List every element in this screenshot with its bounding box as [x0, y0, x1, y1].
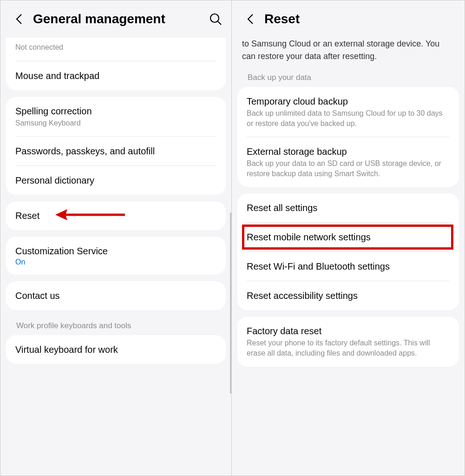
- item-spelling-correction[interactable]: Spelling correction Samsung Keyboard: [6, 97, 226, 137]
- item-mouse-trackpad[interactable]: Mouse and trackpad: [6, 61, 226, 90]
- item-title: Passwords, passkeys, and autofill: [15, 145, 216, 157]
- item-title: Reset all settings: [247, 202, 450, 214]
- item-sub: Samsung Keyboard: [15, 118, 216, 128]
- header: General management: [0, 0, 231, 38]
- item-title: Reset Wi-Fi and Bluetooth settings: [247, 260, 450, 272]
- item-temp-cloud-backup[interactable]: Temporary cloud backup Back up unlimited…: [237, 87, 459, 137]
- item-title: Virtual keyboard for work: [15, 344, 216, 356]
- item-sub: On: [15, 258, 216, 266]
- item-title: Temporary cloud backup: [247, 95, 450, 107]
- item-customization-service[interactable]: Customization Service On: [6, 237, 226, 275]
- item-sub: Back up your data to an SD card or USB s…: [247, 159, 450, 178]
- item-sub: Back up unlimited data to Samsung Cloud …: [247, 108, 450, 128]
- settings-card: Not connected Mouse and trackpad: [6, 38, 226, 90]
- back-icon[interactable]: [13, 13, 25, 25]
- scrollbar[interactable]: [230, 212, 232, 394]
- item-title: Reset accessibility settings: [247, 290, 450, 302]
- item-reset-mobile-network[interactable]: Reset mobile network settings: [237, 223, 459, 251]
- page-title: Reset: [264, 12, 455, 26]
- settings-card: Reset: [6, 201, 226, 230]
- item-personal-dictionary[interactable]: Personal dictionary: [6, 166, 226, 195]
- svg-line-1: [218, 21, 221, 25]
- settings-card: Virtual keyboard for work: [6, 335, 226, 364]
- item-sub: Not connected: [15, 42, 216, 53]
- item-reset-wifi-bluetooth[interactable]: Reset Wi-Fi and Bluetooth settings: [237, 252, 459, 281]
- item-virtual-keyboard-work[interactable]: Virtual keyboard for work: [6, 335, 226, 364]
- settings-card: Spelling correction Samsung Keyboard Pas…: [6, 97, 226, 195]
- item-title: Customization Service: [15, 245, 216, 257]
- item-reset-accessibility[interactable]: Reset accessibility settings: [237, 281, 459, 310]
- item-title: Reset: [15, 210, 216, 222]
- section-label-backup: Back up your data: [237, 73, 459, 87]
- header: Reset: [232, 0, 465, 38]
- reset-options-card: Reset all settings Reset mobile network …: [237, 193, 459, 310]
- item-title: Contact us: [15, 290, 216, 302]
- svg-point-0: [210, 14, 219, 22]
- backup-card: Temporary cloud backup Back up unlimited…: [237, 87, 459, 187]
- item-passwords-passkeys[interactable]: Passwords, passkeys, and autofill: [6, 137, 226, 165]
- search-icon[interactable]: [209, 13, 222, 26]
- item-factory-data-reset[interactable]: Factory data reset Reset your phone to i…: [237, 317, 459, 366]
- item-title: Reset mobile network settings: [247, 231, 450, 243]
- item-sub: Reset your phone to its factory default …: [247, 338, 450, 358]
- factory-reset-card: Factory data reset Reset your phone to i…: [237, 317, 459, 366]
- page-title: General management: [33, 12, 201, 26]
- item-external-storage-backup[interactable]: External storage backup Back up your dat…: [237, 137, 459, 187]
- general-management-pane: General management Not connected Mouse a…: [0, 0, 232, 476]
- reset-pane: Reset to Samsung Cloud or an external st…: [232, 0, 465, 476]
- item-title: Mouse and trackpad: [15, 70, 216, 82]
- section-label-work: Work profile keyboards and tools: [6, 317, 226, 335]
- item-not-connected[interactable]: Not connected: [6, 38, 226, 61]
- item-reset[interactable]: Reset: [6, 201, 226, 230]
- item-reset-all-settings[interactable]: Reset all settings: [237, 193, 459, 222]
- item-title: Personal dictionary: [15, 174, 216, 186]
- back-icon[interactable]: [245, 13, 256, 25]
- item-title: External storage backup: [247, 145, 450, 158]
- item-title: Spelling correction: [15, 105, 216, 117]
- settings-card: Customization Service On: [6, 237, 226, 275]
- item-contact-us[interactable]: Contact us: [6, 281, 226, 310]
- settings-card: Contact us: [6, 281, 226, 310]
- intro-text: to Samsung Cloud or an external storage …: [232, 38, 465, 73]
- item-title: Factory data reset: [247, 325, 450, 337]
